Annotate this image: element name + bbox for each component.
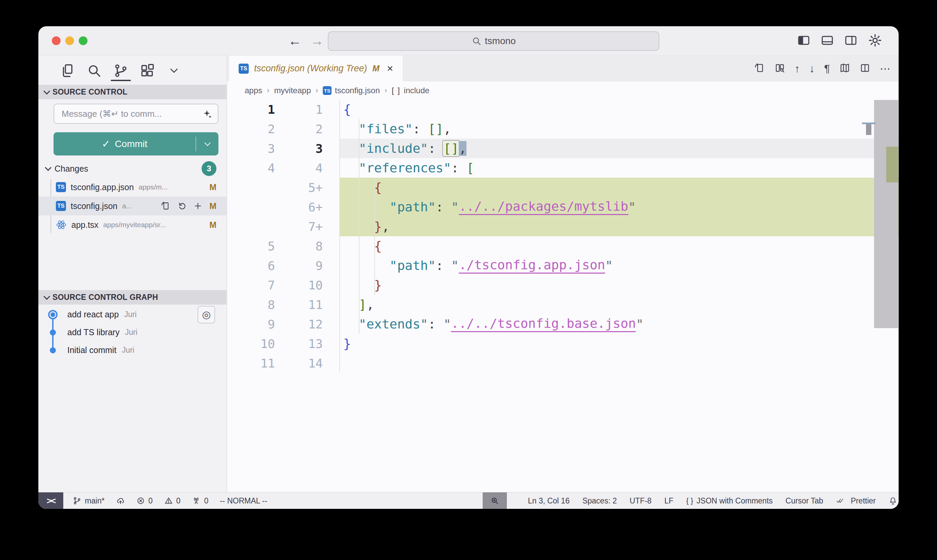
- original-line-number: 2: [227, 122, 280, 136]
- open-changes-button[interactable]: [754, 63, 765, 75]
- code-line[interactable]: 58 {: [227, 236, 899, 256]
- status-main[interactable]: main*: [73, 496, 105, 506]
- code-line[interactable]: 1114: [227, 353, 899, 373]
- activity-item-source-control[interactable]: [113, 60, 129, 81]
- sparkle-icon[interactable]: [202, 109, 212, 119]
- status-cloud-upload[interactable]: [116, 496, 125, 505]
- status-zoom-in[interactable]: [483, 492, 507, 509]
- open-changes-icon[interactable]: [161, 201, 170, 211]
- status-utf-8[interactable]: UTF-8: [630, 496, 652, 506]
- line-content: },: [339, 217, 899, 236]
- close-icon[interactable]: ×: [387, 62, 393, 75]
- typescript-icon: TS: [238, 64, 249, 74]
- status-0[interactable]: 0: [136, 496, 153, 506]
- changes-section-header[interactable]: Changes 3: [38, 161, 226, 176]
- chevron-down-icon: [43, 88, 50, 95]
- chevron-down-icon: [168, 64, 180, 77]
- activity-item-chevron-down[interactable]: [166, 60, 182, 81]
- code-line[interactable]: 811 ],: [227, 295, 899, 314]
- commit-dropdown-button[interactable]: [196, 142, 218, 146]
- changes-count-badge: 3: [202, 161, 216, 176]
- layout-panel-button[interactable]: [820, 34, 834, 48]
- status-ln-3-col-16[interactable]: Ln 3, Col 16: [528, 496, 569, 506]
- code-line[interactable]: 1013}: [227, 334, 899, 353]
- status-spaces-2[interactable]: Spaces: 2: [582, 496, 617, 506]
- breadcrumb-label: include: [404, 86, 429, 95]
- status-prettier[interactable]: Prettier: [836, 496, 876, 506]
- gutter: 44: [227, 158, 339, 178]
- commit-button[interactable]: ✓ Commit: [54, 132, 218, 155]
- minimize-window-button[interactable]: [65, 36, 74, 45]
- code-line[interactable]: 22 "files": [],: [227, 119, 899, 138]
- code-line[interactable]: 5+ {: [227, 178, 899, 197]
- status-label: JSON with Comments: [697, 496, 773, 506]
- commit-row[interactable]: add TS libraryJuri: [38, 323, 226, 341]
- compare-file-button[interactable]: [774, 63, 785, 75]
- target-icon: ◎: [202, 309, 211, 320]
- code-line[interactable]: 11{: [227, 100, 899, 119]
- breadcrumb-item-include[interactable]: [ ]include: [392, 86, 429, 95]
- line-content: "references": [: [339, 158, 899, 178]
- code-line[interactable]: 7+ },: [227, 217, 899, 236]
- commit-author: Juri: [124, 310, 137, 319]
- commit-message-input[interactable]: Message (⌘↵ to comm...: [54, 104, 218, 124]
- changed-file-tsconfig.json[interactable]: TStsconfig.jsona...M: [38, 197, 226, 215]
- original-line-number: 5: [227, 239, 280, 253]
- activity-bar: [38, 58, 226, 83]
- checkout-target-button[interactable]: ◎: [198, 306, 215, 323]
- activity-item-extensions[interactable]: [140, 60, 155, 81]
- arrow-up-button[interactable]: ↑: [795, 63, 800, 74]
- status-bell[interactable]: [889, 496, 897, 505]
- activity-item-files[interactable]: [60, 60, 75, 81]
- status-cursor-tab[interactable]: Cursor Tab: [786, 496, 823, 506]
- command-center-search[interactable]: tsmono: [328, 31, 659, 51]
- line-content: "include": [],: [339, 138, 899, 158]
- code-line[interactable]: 69 "path": "./tsconfig.app.json": [227, 256, 899, 275]
- ellipsis-button[interactable]: ⋯: [880, 63, 891, 74]
- typescript-icon: TS: [56, 182, 66, 192]
- layout-sidebar-left-button[interactable]: [797, 34, 811, 48]
- stage-icon[interactable]: [193, 201, 203, 211]
- code-line[interactable]: 44 "references": [: [227, 158, 899, 178]
- changed-file-app.tsx[interactable]: app.tsxapps/myviteapp/sr...M: [38, 215, 226, 234]
- search-icon: [472, 36, 482, 46]
- modified-line-number: 1: [280, 103, 326, 117]
- line-content: ],: [339, 295, 899, 314]
- arrow-down-button[interactable]: ↓: [809, 63, 815, 74]
- source-control-graph-header[interactable]: SOURCE CONTROL GRAPH: [38, 290, 226, 305]
- tab-tsconfig-working-tree[interactable]: TS tsconfig.json (Working Tree) M ×: [229, 55, 403, 82]
- forward-icon[interactable]: →: [310, 33, 324, 48]
- source-control-header[interactable]: SOURCE CONTROL: [38, 85, 226, 99]
- layout-sidebar-right-button[interactable]: [844, 34, 858, 48]
- close-window-button[interactable]: [52, 36, 61, 45]
- back-icon[interactable]: ←: [288, 33, 302, 48]
- status-normal[interactable]: -- NORMAL --: [220, 496, 267, 506]
- split-editor-button[interactable]: [860, 63, 870, 75]
- array-icon: [ ]: [392, 86, 400, 95]
- discard-icon[interactable]: [177, 201, 186, 211]
- scrollbar[interactable]: [874, 100, 898, 328]
- sparkle-icon[interactable]: [202, 109, 212, 119]
- code-line[interactable]: 33 "include": [],: [227, 138, 899, 158]
- activity-item-search[interactable]: [86, 60, 102, 81]
- diff-editor[interactable]: 11{22 "files": [],33 "include": [],44 "r…: [227, 100, 899, 492]
- code-line[interactable]: 710 }: [227, 275, 899, 295]
- code-line[interactable]: 6+ "path": "../../packages/mytslib": [227, 197, 899, 217]
- status-remote[interactable]: ><: [38, 492, 63, 509]
- breadcrumb-item-myviteapp[interactable]: myviteapp: [274, 86, 311, 95]
- status-json-with-comments[interactable]: { }JSON with Comments: [686, 496, 773, 506]
- status-0[interactable]: 0: [192, 496, 208, 506]
- status-lf[interactable]: LF: [665, 496, 674, 506]
- commit-row[interactable]: Initial commitJuri: [38, 341, 226, 359]
- status-0[interactable]: 0: [164, 496, 181, 506]
- breadcrumb-label: apps: [245, 86, 262, 95]
- pilcrow-button[interactable]: ¶: [824, 63, 830, 74]
- map-button[interactable]: [839, 63, 850, 75]
- commit-row[interactable]: add react appJuri◎: [38, 306, 226, 323]
- gear-button[interactable]: [868, 33, 883, 49]
- breadcrumb-item-apps[interactable]: apps: [245, 86, 262, 95]
- changed-file-tsconfig.app.json[interactable]: TStsconfig.app.jsonapps/m...M: [38, 178, 226, 197]
- zoom-window-button[interactable]: [79, 36, 88, 45]
- code-line[interactable]: 912 "extends": "../../tsconfig.base.json…: [227, 314, 899, 334]
- breadcrumb-item-tsconfig.json[interactable]: TStsconfig.json: [323, 86, 380, 95]
